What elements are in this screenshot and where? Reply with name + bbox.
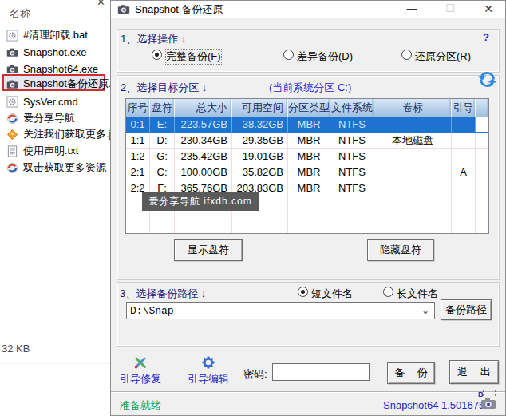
cell: 223.57GB bbox=[175, 117, 232, 133]
cell: NTFS bbox=[330, 133, 374, 149]
column-header-filler bbox=[476, 99, 488, 117]
radio-full-backup-label[interactable]: 完整备份(F) bbox=[166, 50, 221, 64]
snapshot-camera-icon: B bbox=[480, 394, 499, 413]
radio-diff-backup-label[interactable]: 差异备份(D) bbox=[297, 50, 353, 64]
boot-repair-label: 引导修复 bbox=[118, 372, 163, 386]
cell-filler bbox=[476, 180, 488, 196]
password-input[interactable] bbox=[272, 363, 370, 381]
gear-icon bbox=[200, 355, 216, 370]
radio-long-filename-label[interactable]: 长文件名 bbox=[397, 287, 438, 301]
cell: MBR bbox=[288, 117, 330, 133]
partition-table[interactable]: 序号 盘符 总大小 可用空间 分区类型 文件系统 卷标 引导 0:1 E: 22… bbox=[125, 98, 489, 234]
cell: 38.32GB bbox=[232, 117, 288, 133]
camera-app-icon bbox=[6, 63, 18, 75]
file-item[interactable]: Snapshot.exe bbox=[6, 45, 87, 59]
column-header[interactable]: 总大小 bbox=[175, 99, 232, 117]
cell bbox=[374, 164, 452, 180]
column-header[interactable]: 盘符 bbox=[150, 99, 175, 117]
window-title: Snapshot 备份还原 bbox=[135, 2, 223, 17]
table-row[interactable]: 2:1 C: 100.00GB 35.82GB MBR NTFS A bbox=[126, 164, 488, 180]
column-header[interactable]: 卷标 bbox=[374, 99, 452, 117]
file-item-selected[interactable]: Snapshot备份还原.e bbox=[6, 77, 117, 91]
file-item[interactable]: Snapshot64.exe bbox=[6, 61, 98, 76]
file-name: 爱分享导航 bbox=[23, 111, 75, 125]
minimize-button[interactable]: — bbox=[400, 1, 424, 18]
link-icon bbox=[6, 113, 18, 125]
file-item[interactable]: 双击获取更多资源 bbox=[6, 160, 106, 175]
version-text: Snapshot64 1.501675 bbox=[383, 399, 484, 411]
cell: 0:1 bbox=[126, 117, 150, 133]
close-icon[interactable]: ✕ bbox=[97, 0, 105, 8]
boot-repair-button[interactable]: 引导修复 bbox=[118, 355, 163, 386]
radio-long-filename[interactable] bbox=[383, 287, 393, 297]
cell: 本地磁盘 bbox=[374, 133, 452, 149]
dialog-client-area: 1、选择操作 ↓ ? 完整备份(F) 差异备份(D) 还原分区(R) 2、选择目… bbox=[111, 18, 505, 415]
file-item[interactable]: 使用声明.txt bbox=[6, 144, 78, 158]
backup-path-button[interactable]: 备份路径 bbox=[441, 299, 492, 320]
column-header[interactable]: 文件系统 bbox=[330, 99, 374, 117]
cell: 230.34GB bbox=[175, 133, 232, 149]
cell: NTFS bbox=[330, 117, 374, 133]
cell bbox=[452, 180, 476, 196]
radio-short-filename-label[interactable]: 短文件名 bbox=[311, 287, 353, 301]
section3-label: 3、选择备份路径 ↓ bbox=[120, 287, 206, 301]
column-header[interactable]: 分区类型 bbox=[288, 99, 330, 117]
password-label: 密码: bbox=[243, 367, 267, 382]
down-arrow-icon: ↓ bbox=[181, 33, 187, 45]
cell: NTFS bbox=[330, 149, 374, 164]
title-bar[interactable]: Snapshot 备份还原 — ☐ ✕ bbox=[111, 1, 505, 18]
hide-drive-letters-button[interactable]: 隐藏盘符 bbox=[367, 239, 434, 261]
file-item[interactable]: 关注我们获取更多.jp bbox=[6, 127, 117, 141]
radio-restore-partition-label[interactable]: 还原分区(R) bbox=[415, 50, 471, 64]
table-row[interactable]: 1:1 D: 230.34GB 29.35GB MBR NTFS 本地磁盘 bbox=[126, 133, 488, 149]
file-item[interactable]: #清理卸载.bat bbox=[6, 28, 88, 42]
file-item[interactable]: SysVer.cmd bbox=[6, 94, 78, 109]
cell-filler bbox=[476, 164, 488, 180]
table-row-selected[interactable]: 0:1 E: 223.57GB 38.32GB MBR NTFS bbox=[126, 117, 488, 133]
file-name: Snapshot备份还原.e bbox=[23, 77, 117, 91]
file-item[interactable]: 爱分享导航 bbox=[6, 111, 75, 125]
radio-short-filename[interactable] bbox=[298, 287, 308, 297]
status-text: 准备就绪 bbox=[120, 398, 161, 413]
name-column-header[interactable]: 名称 bbox=[10, 6, 30, 21]
radio-diff-backup[interactable] bbox=[283, 50, 294, 60]
file-size-text: 32 KB bbox=[2, 343, 30, 355]
cell: C: bbox=[150, 164, 175, 180]
radio-full-backup[interactable] bbox=[152, 50, 162, 60]
camera-app-icon bbox=[117, 4, 130, 15]
refresh-icon[interactable] bbox=[476, 69, 498, 90]
boot-edit-button[interactable]: 引导编辑 bbox=[186, 355, 231, 386]
file-name: #清理卸载.bat bbox=[23, 28, 88, 42]
column-header[interactable]: 序号 bbox=[126, 99, 150, 117]
down-arrow-icon: ↓ bbox=[202, 81, 208, 93]
cell: 1:1 bbox=[126, 133, 150, 149]
cell: 29.35GB bbox=[232, 133, 288, 149]
cell: 2:1 bbox=[126, 164, 150, 180]
cell: MBR bbox=[288, 149, 330, 164]
file-name: 使用声明.txt bbox=[23, 144, 78, 158]
section1-label: 1、选择操作 ↓ bbox=[121, 32, 186, 46]
show-drive-letters-button[interactable]: 显示盘符 bbox=[174, 239, 243, 261]
exit-button[interactable]: 退 出 bbox=[449, 360, 499, 384]
column-header[interactable]: 引导 bbox=[452, 99, 476, 117]
file-name: SysVer.cmd bbox=[23, 96, 78, 108]
boot-edit-label: 引导编辑 bbox=[186, 372, 231, 386]
cell: MBR bbox=[288, 133, 330, 149]
backup-path-combobox[interactable]: D:\Snap ⌄ bbox=[126, 302, 435, 319]
batch-file-icon bbox=[6, 30, 18, 42]
cell: 19.01GB bbox=[232, 149, 288, 164]
chevron-down-icon[interactable]: ⌄ bbox=[421, 305, 429, 316]
help-icon[interactable]: ? bbox=[483, 31, 489, 43]
cell bbox=[452, 149, 476, 164]
text-file-icon bbox=[6, 145, 18, 157]
table-row[interactable]: 1:2 G: 235.42GB 19.01GB MBR NTFS bbox=[126, 149, 488, 164]
close-button[interactable]: ✕ bbox=[476, 1, 500, 18]
radio-restore-partition[interactable] bbox=[401, 50, 412, 60]
backup-button[interactable]: 备 份 bbox=[387, 362, 435, 384]
column-header[interactable]: 可用空间 bbox=[232, 99, 288, 117]
file-name: 关注我们获取更多.jp bbox=[23, 127, 117, 141]
image-file-icon bbox=[6, 129, 18, 141]
maximize-button[interactable]: ☐ bbox=[438, 1, 462, 18]
cell bbox=[452, 117, 476, 133]
cell: 100.00GB bbox=[175, 164, 232, 180]
